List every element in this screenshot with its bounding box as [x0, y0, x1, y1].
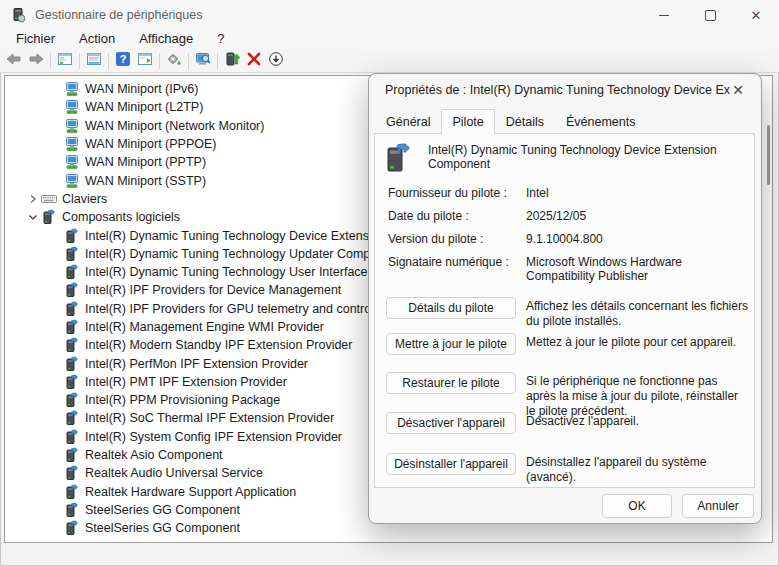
toolbar-separator: [188, 53, 189, 69]
software-component-icon: [64, 228, 80, 244]
disable-device-button[interactable]: [265, 51, 287, 71]
tree-item-label: Intel(R) Modern Standby IPF Extension Pr…: [85, 337, 352, 353]
tree-item-label: Intel(R) PerfMon IPF Extension Provider: [85, 356, 308, 372]
tree-item-label: Realtek Asio Component: [85, 447, 223, 463]
network-adapter-icon: [64, 118, 80, 134]
software-component-icon: [64, 337, 80, 353]
console-window-button[interactable]: [54, 51, 76, 71]
help-button[interactable]: ?: [112, 51, 134, 71]
tree-item-label: Intel(R) Management Engine WMI Provider: [85, 319, 324, 335]
ok-button[interactable]: OK: [602, 494, 672, 518]
close-button[interactable]: ✕: [733, 0, 779, 30]
update-driver-button[interactable]: Mettre à jour le pilote: [386, 333, 516, 355]
svg-text:?: ?: [120, 53, 127, 65]
menu-action[interactable]: Action: [67, 30, 127, 49]
tab-details[interactable]: Détails: [495, 111, 555, 134]
dialog-close-button[interactable]: ✕: [728, 80, 748, 100]
tree-item-label: Contrôleurs audio, vidéo et jeu: [62, 539, 232, 543]
minimize-button[interactable]: [641, 0, 687, 30]
back-button[interactable]: [3, 51, 25, 71]
audio-icon: [41, 539, 57, 543]
software-component-icon: [64, 356, 80, 372]
software-component-icon: [64, 264, 80, 280]
menubar: FichierActionAffichage?: [0, 30, 779, 49]
tree-item-label: Intel(R) SoC Thermal IPF Extension Provi…: [85, 410, 334, 426]
action-description: Affichez les détails concernant les fich…: [526, 299, 748, 329]
scan-hardware-button[interactable]: [192, 51, 214, 71]
toolbar-separator: [159, 53, 160, 69]
keyboard-icon: [41, 191, 57, 207]
properties-dialog: Propriétés de : Intel(R) Dynamic Tuning …: [368, 73, 762, 524]
network-adapter-icon: [64, 99, 80, 115]
network-adapter-icon: [64, 136, 80, 152]
tree-item[interactable]: Contrôleurs audio, vidéo et jeu: [5, 537, 772, 543]
disable-device-icon: [268, 51, 284, 71]
dialog-tabs: GénéralPiloteDétailsÉvénements: [375, 111, 646, 134]
toolbar-separator: [108, 53, 109, 69]
tree-scrollbar-thumb[interactable]: [767, 125, 770, 185]
menu-affichage[interactable]: Affichage: [127, 30, 205, 49]
maximize-icon: [705, 10, 716, 21]
software-component-icon: [64, 319, 80, 335]
tab-evenements[interactable]: Événements: [555, 111, 646, 134]
tree-item-label: Intel(R) PPM Provisioning Package: [85, 392, 280, 408]
titlebar: Gestionnaire de périphériques ✕: [0, 0, 779, 30]
software-component-icon: [64, 410, 80, 426]
tree-item-label: SteelSeries GG Component: [85, 502, 240, 518]
software-component-icon: [64, 301, 80, 317]
action-description: Désactivez l'appareil.: [526, 414, 748, 434]
forward-button[interactable]: [25, 51, 47, 71]
properties-button[interactable]: [83, 51, 105, 71]
software-component-icon: [64, 502, 80, 518]
tree-item-label: Intel(R) Dynamic Tuning Technology Devic…: [85, 228, 386, 244]
tree-item-label: Intel(R) Dynamic Tuning Technology Updat…: [85, 246, 377, 262]
menu-help[interactable]: ?: [205, 30, 236, 49]
tree-item-label: Claviers: [62, 191, 107, 207]
software-component-icon: [64, 392, 80, 408]
driver-action-row: Désactiver l'appareilDésactivez l'appare…: [386, 412, 748, 434]
help-icon: ?: [115, 51, 131, 71]
menu-fichier[interactable]: Fichier: [4, 30, 67, 49]
action-pane-button[interactable]: [134, 51, 156, 71]
software-component-icon: [64, 374, 80, 390]
driver-action-row: Désinstaller l'appareilDésinstallez l'ap…: [386, 453, 748, 485]
back-icon: [6, 51, 22, 71]
properties-icon: [86, 51, 102, 71]
update-driver-button[interactable]: [221, 51, 243, 71]
action-description: Mettez à jour le pilote pour cet apparei…: [526, 335, 748, 355]
software-component-icon: [64, 447, 80, 463]
software-component-icon: [64, 520, 80, 536]
tab-pilote[interactable]: Pilote: [441, 109, 494, 134]
disable-device-button[interactable]: Désactiver l'appareil: [386, 412, 516, 434]
tree-item-label: WAN Miniport (PPPOE): [85, 136, 217, 152]
software-component-icon: [64, 429, 80, 445]
rollback-driver-button[interactable]: Restaurer le pilote: [386, 372, 516, 394]
uninstall-device-icon: [246, 51, 262, 71]
action-pane-icon: [137, 51, 153, 71]
uninstall-device-button[interactable]: [243, 51, 265, 71]
uninstall-device-button[interactable]: Désinstaller l'appareil: [386, 453, 516, 475]
tree-item-label: Realtek Audio Universal Service: [85, 465, 263, 481]
tree-item-label: WAN Miniport (SSTP): [85, 173, 206, 189]
cancel-button[interactable]: Annuler: [682, 494, 754, 518]
dialog-title: Propriétés de : Intel(R) Dynamic Tuning …: [385, 83, 730, 97]
chevron-collapsed-icon[interactable]: [25, 539, 41, 543]
driver-actions: Détails du piloteAffichez les détails co…: [375, 134, 754, 487]
chevron-expanded-icon[interactable]: [25, 209, 41, 225]
driver-action-row: Détails du piloteAffichez les détails co…: [386, 297, 748, 329]
software-component-icon: [64, 282, 80, 298]
refresh-gear-button[interactable]: [163, 51, 185, 71]
maximize-button[interactable]: [687, 0, 733, 30]
driver-details-button[interactable]: Détails du pilote: [386, 297, 516, 319]
console-window-icon: [57, 51, 73, 71]
toolbar-separator: [217, 53, 218, 69]
chevron-collapsed-icon[interactable]: [25, 191, 41, 207]
toolbar-separator: [50, 53, 51, 69]
action-description: Désinstallez l'appareil du système (avan…: [526, 455, 748, 485]
window-title: Gestionnaire de périphériques: [35, 8, 202, 22]
tab-general[interactable]: Général: [375, 111, 441, 134]
tree-item-label: WAN Miniport (PPTP): [85, 154, 206, 170]
window-controls: ✕: [641, 0, 779, 30]
software-component-icon: [64, 246, 80, 262]
tree-item-label: WAN Miniport (IPv6): [85, 81, 198, 97]
